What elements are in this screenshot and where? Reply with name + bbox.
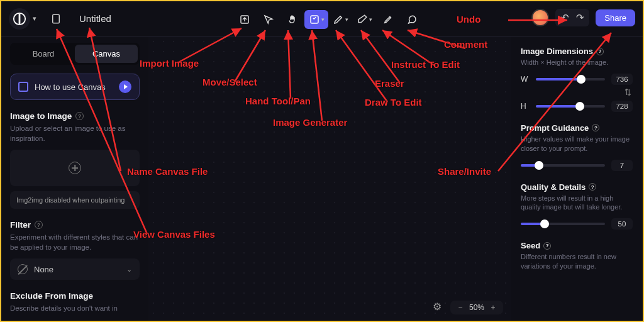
plus-icon: [69, 162, 81, 174]
height-slider[interactable]: [536, 105, 605, 108]
move-select-tool[interactable]: [257, 10, 280, 29]
canvas-settings-icon[interactable]: ⚙: [433, 301, 441, 313]
dimensions-heading: Image Dimensions?: [521, 47, 633, 56]
howto-icon: [18, 82, 28, 92]
howto-label: How to use Canvas: [35, 82, 113, 92]
seed-sub: Different numbers result in new variatio…: [521, 252, 633, 271]
view-files-button[interactable]: [48, 11, 64, 27]
dimensions-sub: Width × Height of the image.: [521, 58, 633, 67]
guidance-value: 7: [611, 160, 633, 171]
draw-to-edit-tool[interactable]: ▾: [328, 10, 352, 29]
none-icon: [18, 264, 28, 274]
zoom-out-button[interactable]: −: [455, 303, 465, 312]
quality-sub: More steps will result in a high quality…: [521, 194, 633, 213]
how-to-use-canvas[interactable]: How to use Canvas: [10, 74, 140, 100]
height-label: H: [521, 102, 530, 111]
tab-board[interactable]: Board: [12, 45, 75, 63]
filter-select[interactable]: None ⌄: [10, 258, 140, 280]
img2img-notice: Img2img disabled when outpainting: [10, 191, 140, 209]
width-label: W: [521, 75, 530, 84]
swap-dimensions-icon[interactable]: ⇅: [521, 87, 631, 97]
width-value: 736: [611, 74, 633, 85]
guidance-slider[interactable]: [521, 164, 605, 167]
guidance-sub: Higher values will make your image close…: [521, 135, 633, 153]
share-button[interactable]: Share: [596, 9, 635, 26]
canvas-title[interactable]: Untitled: [79, 13, 111, 24]
undo-button[interactable]: ↶: [558, 11, 572, 24]
chevron-down-icon: ⌄: [126, 265, 132, 274]
width-slider[interactable]: [536, 78, 605, 80]
image-to-image-heading: Image to Image?: [10, 111, 140, 121]
svg-rect-4: [311, 16, 318, 23]
play-icon: [119, 80, 131, 93]
left-panel: Board Canvas How to use Canvas Image to …: [1, 36, 148, 321]
import-image-tool[interactable]: [233, 10, 257, 29]
filter-heading: Filter?: [10, 220, 140, 230]
eraser-tool[interactable]: ▾: [352, 10, 376, 29]
filter-sub: Experiment with different styles that ca…: [10, 232, 140, 252]
quality-heading: Quality & Details?: [521, 182, 633, 192]
canvas-area[interactable]: ⚙ − 50% +: [148, 36, 511, 321]
image-upload-dropzone[interactable]: [10, 150, 140, 186]
tab-canvas[interactable]: Canvas: [75, 45, 138, 63]
hand-pan-tool[interactable]: [280, 10, 304, 29]
logo-chevron-icon[interactable]: ▾: [33, 14, 36, 23]
zoom-in-button[interactable]: +: [488, 303, 498, 312]
exclude-heading: Exclude From Image: [10, 291, 140, 301]
filter-value: None: [34, 265, 53, 274]
zoom-value: 50%: [469, 303, 484, 312]
user-avatar[interactable]: [531, 9, 549, 26]
image-to-image-sub: Upload or select an image to use as insp…: [10, 123, 140, 143]
height-value: 728: [611, 101, 633, 112]
seed-heading: Seed?: [521, 241, 633, 250]
comment-tool[interactable]: [400, 10, 424, 29]
zoom-control[interactable]: − 50% +: [450, 301, 503, 314]
guidance-heading: Prompt Guidance?: [521, 123, 633, 133]
right-panel: Image Dimensions? Width × Height of the …: [511, 36, 643, 321]
exclude-sub: Describe details you don't want in: [10, 303, 140, 313]
toolbar: ▾ ▾ ▾: [233, 10, 424, 29]
svg-rect-1: [19, 13, 21, 24]
image-generator-tool[interactable]: ▾: [304, 10, 328, 29]
instruct-to-edit-tool[interactable]: [376, 10, 400, 29]
quality-slider[interactable]: [521, 223, 605, 225]
svg-rect-2: [53, 14, 60, 23]
redo-button[interactable]: ↷: [573, 11, 587, 24]
app-logo[interactable]: [9, 8, 30, 30]
quality-value: 50: [611, 218, 633, 230]
